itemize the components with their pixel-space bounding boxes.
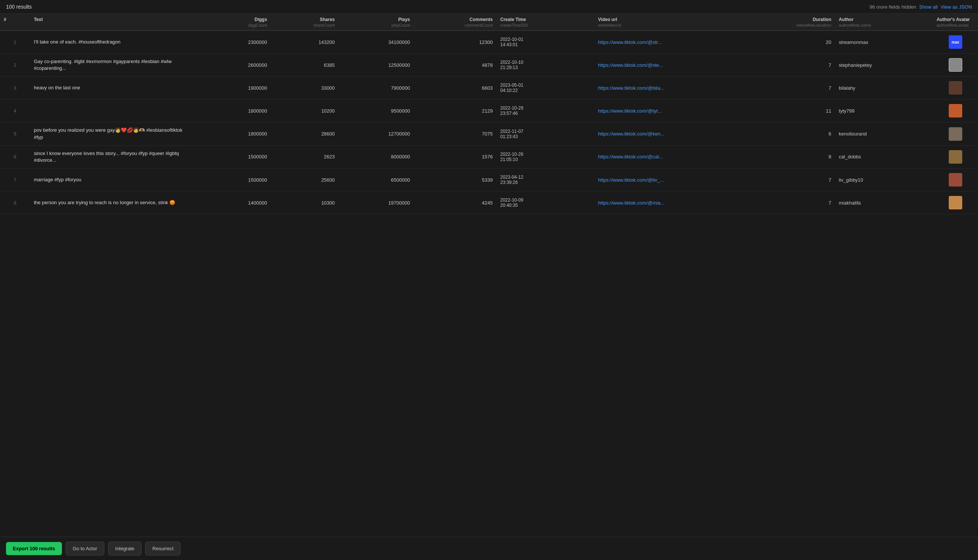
cell-diggs: 1500000	[195, 145, 271, 168]
avatar	[949, 104, 962, 117]
show-all-link[interactable]: Show all	[919, 4, 938, 10]
cell-index: 1	[0, 31, 30, 54]
cell-index: 8	[0, 192, 30, 214]
export-button[interactable]: Export 100 results	[6, 542, 62, 555]
col-author: Author authorMeta.name	[835, 14, 933, 31]
integrate-button[interactable]: Integrate	[108, 542, 142, 555]
view-json-link[interactable]: View as JSON	[940, 4, 972, 10]
cell-diggs: 1400000	[195, 192, 271, 214]
col-shares: Shares shareCount	[271, 14, 338, 31]
table-row: 1I'll take one of each. #houseofthedrago…	[0, 31, 978, 54]
cell-avatar	[933, 192, 978, 214]
cell-avatar	[933, 54, 978, 77]
cell-shares: 25600	[271, 168, 338, 192]
cell-comments: 7075	[413, 122, 496, 145]
cell-comments: 4878	[413, 54, 496, 77]
cell-create-time: 2022-10-26 21:05:10	[496, 145, 595, 168]
cell-author: tyty799	[835, 100, 933, 122]
cell-duration: 11	[760, 100, 835, 122]
table-row: 4180000010200950000021292022-10-29 23:57…	[0, 100, 978, 122]
table-row: 7marriage #fyp #foryou150000025600650000…	[0, 168, 978, 192]
cell-plays: 12500000	[338, 54, 413, 77]
col-comments: Comments commentCount	[413, 14, 496, 31]
cell-plays: 12700000	[338, 122, 413, 145]
cell-video-url[interactable]: https://www.tiktok.com/@ste...	[595, 54, 760, 77]
cell-avatar: max	[933, 31, 978, 54]
cell-plays: 19700000	[338, 192, 413, 214]
table-container: # Text Diggs diggCount Shares shareCount…	[0, 14, 978, 537]
results-count: 100 results	[6, 4, 32, 10]
cell-video-url[interactable]: https://www.tiktok.com/@str...	[595, 31, 760, 54]
cell-diggs: 1500000	[195, 168, 271, 192]
avatar	[949, 150, 962, 163]
cell-shares: 143200	[271, 31, 338, 54]
col-create-time: Create Time createTimeISO	[496, 14, 595, 31]
cell-text: Gay co-parenting. #lgbt #exmormon #gaypa…	[30, 54, 195, 77]
cell-video-url[interactable]: https://www.tiktok.com/@tyt...	[595, 100, 760, 122]
col-plays: Plays playCount	[338, 14, 413, 31]
cell-author: cal_dobbs	[835, 145, 933, 168]
cell-create-time: 2022-11-07 01:23:43	[496, 122, 595, 145]
cell-video-url[interactable]: https://www.tiktok.com/@cal...	[595, 145, 760, 168]
cell-comments: 12300	[413, 31, 496, 54]
cell-text: pov before you realized you were gay🧑‍❤️…	[30, 122, 195, 145]
resurrect-button[interactable]: Resurrect	[145, 542, 180, 555]
cell-text: the person you are trying to reach is no…	[30, 192, 195, 214]
cell-author: streamonmax	[835, 31, 933, 54]
cell-shares: 10300	[271, 192, 338, 214]
cell-duration: 8	[760, 145, 835, 168]
cell-avatar	[933, 145, 978, 168]
go-to-actor-button[interactable]: Go to Actor	[66, 542, 104, 555]
cell-plays: 8000000	[338, 145, 413, 168]
col-index: #	[0, 14, 30, 31]
cell-shares: 33000	[271, 77, 338, 100]
cell-index: 3	[0, 77, 30, 100]
cell-diggs: 2600000	[195, 54, 271, 77]
cell-duration: 6	[760, 122, 835, 145]
cell-create-time: 2022-10-10 21:29:13	[496, 54, 595, 77]
cell-comments: 1576	[413, 145, 496, 168]
cell-duration: 7	[760, 192, 835, 214]
cell-comments: 6603	[413, 77, 496, 100]
cell-create-time: 2022-10-29 23:57:46	[496, 100, 595, 122]
col-duration: Duration videoMeta.duration	[760, 14, 835, 31]
cell-create-time: 2022-10-09 20:40:35	[496, 192, 595, 214]
cell-shares: 10200	[271, 100, 338, 122]
avatar: max	[949, 35, 962, 49]
cell-comments: 5339	[413, 168, 496, 192]
cell-video-url[interactable]: https://www.tiktok.com/@ken...	[595, 122, 760, 145]
cell-index: 7	[0, 168, 30, 192]
cell-index: 2	[0, 54, 30, 77]
cell-author: liv_gibby10	[835, 168, 933, 192]
cell-diggs: 1800000	[195, 122, 271, 145]
cell-comments: 4245	[413, 192, 496, 214]
avatar	[949, 127, 962, 141]
cell-author: stephaniepetey	[835, 54, 933, 77]
table-header: # Text Diggs diggCount Shares shareCount…	[0, 14, 978, 31]
cell-index: 5	[0, 122, 30, 145]
cell-video-url[interactable]: https://www.tiktok.com/@bila...	[595, 77, 760, 100]
cell-text: marriage #fyp #foryou	[30, 168, 195, 192]
cell-plays: 34100000	[338, 31, 413, 54]
hidden-fields-text: 96 more fields hidden	[870, 4, 916, 10]
avatar	[949, 196, 962, 210]
table-row: 5pov before you realized you were gay🧑‍❤…	[0, 122, 978, 145]
cell-video-url[interactable]: https://www.tiktok.com/@liv_...	[595, 168, 760, 192]
table-row: 6since I know everyone loves this story.…	[0, 145, 978, 168]
bottom-bar: Export 100 results Go to Actor Integrate…	[0, 537, 978, 560]
cell-text: since I know everyone loves this story..…	[30, 145, 195, 168]
avatar	[949, 173, 962, 187]
avatar	[949, 81, 962, 95]
top-bar-right: 96 more fields hidden Show all View as J…	[870, 4, 972, 10]
cell-plays: 9500000	[338, 100, 413, 122]
cell-avatar	[933, 100, 978, 122]
cell-diggs: 1800000	[195, 100, 271, 122]
avatar	[949, 58, 962, 72]
cell-shares: 28600	[271, 122, 338, 145]
cell-avatar	[933, 77, 978, 100]
cell-shares: 2623	[271, 145, 338, 168]
cell-plays: 6500000	[338, 168, 413, 192]
cell-duration: 20	[760, 31, 835, 54]
cell-shares: 6385	[271, 54, 338, 77]
cell-video-url[interactable]: https://www.tiktok.com/@mia...	[595, 192, 760, 214]
